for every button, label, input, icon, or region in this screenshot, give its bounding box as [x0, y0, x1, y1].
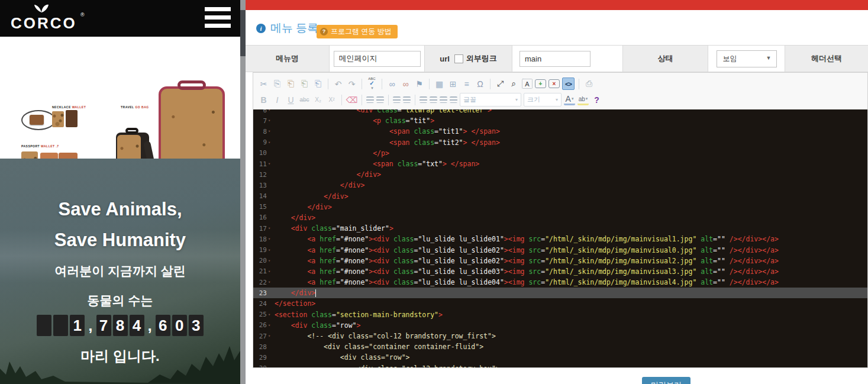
program-link-help-button[interactable]: ? 프로그램 연동 방법: [317, 25, 398, 38]
status-label: 상태: [658, 53, 673, 64]
unlink-icon[interactable]: ∞: [400, 78, 411, 89]
outdent-icon[interactable]: [393, 96, 401, 103]
page-title-row: i 메뉴 등록 ? 프로그램 연동 방법: [246, 10, 868, 45]
external-link-label: 외부링크: [466, 53, 497, 64]
counter-digit-box: 7: [96, 315, 111, 336]
special-char-icon[interactable]: Ω: [475, 78, 486, 89]
print-icon[interactable]: ⎙: [583, 78, 595, 89]
hamburger-menu-icon[interactable]: [205, 7, 231, 29]
code-line-14: 14 </div>: [253, 191, 867, 202]
text-cursor: [315, 289, 316, 297]
code-line-25: 25▾<section class="section-main-brandsto…: [253, 309, 867, 320]
brown-wallet-image: [66, 110, 78, 127]
code-line-16: 16 </div>: [253, 212, 867, 223]
toolbar-divider: [490, 79, 491, 89]
scrollbar-thumb[interactable]: [240, 10, 246, 56]
code-line-26: 26▾ <div class="row">: [253, 320, 867, 331]
url-label: url: [440, 54, 450, 63]
code-line-7: 7▾ <p class="tit">: [253, 115, 867, 126]
spellcheck-icon[interactable]: ABC✓▾: [366, 78, 377, 89]
toolbar-divider: [382, 79, 382, 89]
source-icon[interactable]: <>: [562, 78, 575, 90]
toolbar-divider: [341, 95, 342, 105]
counter-digit-box: 3: [189, 315, 204, 336]
hero-caption: 마리 입니다.: [0, 347, 240, 366]
html-editor: ✂⎘⎗⎗⎗↶↷ABC✓▾∞∞⚑▦⊞≡Ω⤢⌕A+×<>⎙ BIUabcX₂X²⌫글…: [253, 72, 868, 368]
counter-digit-box: 0: [172, 315, 187, 336]
site-header: CORCO ®: [0, 0, 240, 37]
image-icon[interactable]: ▦: [434, 78, 445, 89]
menu-form-row: 메뉴명 url 외부링크 상태 보임▼ 헤더선택: [246, 45, 868, 72]
paste-word-icon[interactable]: ⎗: [312, 78, 324, 89]
hero-subtitle-line1: 여러분이 지금까지 살린: [0, 263, 240, 279]
toolbar-divider: [362, 95, 362, 105]
about-icon[interactable]: ?: [591, 94, 602, 105]
numbered-list-icon[interactable]: [366, 96, 374, 103]
source-code-area[interactable]: 6▾ <div class="txtwrap text-center">7▾ <…: [253, 109, 867, 367]
counter-digit-box: [37, 315, 51, 336]
menu-name-input[interactable]: [334, 51, 421, 67]
horizontal-rule-icon[interactable]: ≡: [461, 78, 472, 89]
text-color-icon[interactable]: A▾: [564, 95, 575, 105]
code-line-22: 22▾ <a href="#none"><div class="lu_slide…: [253, 277, 867, 288]
code-line-12: 12 </div>: [253, 169, 867, 180]
copy-icon[interactable]: ⎘: [272, 78, 283, 89]
hero-title-line1: Save Animals,: [0, 199, 240, 220]
align-justify-icon[interactable]: [450, 96, 457, 103]
code-line-29: 29 <div class="row">: [253, 352, 867, 363]
remove-format-icon[interactable]: ⌫: [346, 94, 357, 105]
underline-icon[interactable]: U: [285, 94, 296, 105]
select-all-icon[interactable]: A: [522, 79, 533, 89]
status-select[interactable]: 보임▼: [717, 50, 777, 67]
logo-text: CORCO: [11, 14, 77, 33]
preview-scrollbar[interactable]: [240, 0, 246, 384]
paste-icon[interactable]: ⎗: [285, 78, 296, 89]
question-icon: ?: [320, 28, 328, 36]
code-line-28: 28 <div class="container container-fluid…: [253, 341, 867, 352]
bullet-list-icon[interactable]: [376, 96, 384, 103]
code-line-10: 10 </p>: [253, 148, 867, 159]
font-dropdown[interactable]: 글꼴▾: [460, 93, 521, 107]
italic-icon[interactable]: I: [272, 94, 283, 105]
align-right-icon[interactable]: [440, 96, 447, 103]
superscript-icon[interactable]: X²: [326, 94, 337, 105]
add-word-icon[interactable]: +: [535, 79, 546, 88]
code-line-18: 18▾ <a href="#none"><div class="lu_slide…: [253, 234, 867, 244]
maximize-icon[interactable]: ⤢: [495, 78, 506, 89]
admin-panel: i 메뉴 등록 ? 프로그램 연동 방법 메뉴명 url 외부링크 상태 보임▼: [246, 0, 868, 384]
indent-icon[interactable]: [403, 96, 411, 103]
redo-icon[interactable]: ↷: [346, 78, 357, 89]
align-center-icon[interactable]: [430, 96, 437, 103]
remove-word-icon[interactable]: ×: [548, 79, 560, 88]
necklace-wallet-label: NECKLACE WALLET: [52, 105, 86, 109]
size-dropdown[interactable]: 크기▾: [524, 93, 562, 107]
external-link-checkbox[interactable]: [454, 54, 463, 63]
registered-mark: ®: [80, 12, 85, 18]
url-input[interactable]: [519, 51, 591, 67]
leaf-icon: [33, 4, 50, 15]
code-line-24: 24</section>: [253, 298, 867, 309]
top-red-bar: [246, 0, 868, 10]
cut-icon[interactable]: ✂: [258, 78, 269, 89]
subscript-icon[interactable]: X₂: [312, 94, 324, 105]
table-icon[interactable]: ⊞: [447, 78, 459, 89]
find-replace-icon[interactable]: ⌕: [508, 78, 519, 89]
toolbar-divider: [388, 95, 389, 105]
bg-color-icon[interactable]: ab▾: [577, 95, 589, 105]
preview-save-button[interactable]: 미리보기: [642, 377, 690, 384]
strikethrough-icon[interactable]: abc: [299, 94, 310, 105]
paste-text-icon[interactable]: ⎗: [299, 78, 310, 89]
link-icon[interactable]: ∞: [386, 78, 398, 89]
undo-icon[interactable]: ↶: [333, 78, 344, 89]
screen: CORCO ® NECKLACE WALLET PASSPORT WALLET …: [0, 0, 868, 384]
menu-name-label: 메뉴명: [276, 53, 299, 64]
counter-separator: ,: [148, 317, 152, 335]
hero-section: Save Animals, Save Humanity 여러분이 지금까지 살린…: [0, 159, 240, 384]
toolbar-divider: [362, 79, 362, 89]
necklace-wallet-image: [30, 115, 44, 125]
align-left-icon[interactable]: [420, 96, 427, 103]
anchor-flag-icon[interactable]: ⚑: [414, 78, 425, 89]
passport-wallet-label: PASSPORT WALLET .7: [21, 144, 59, 148]
bold-icon[interactable]: B: [258, 94, 269, 105]
header-select-label: 헤더선택: [811, 53, 842, 64]
